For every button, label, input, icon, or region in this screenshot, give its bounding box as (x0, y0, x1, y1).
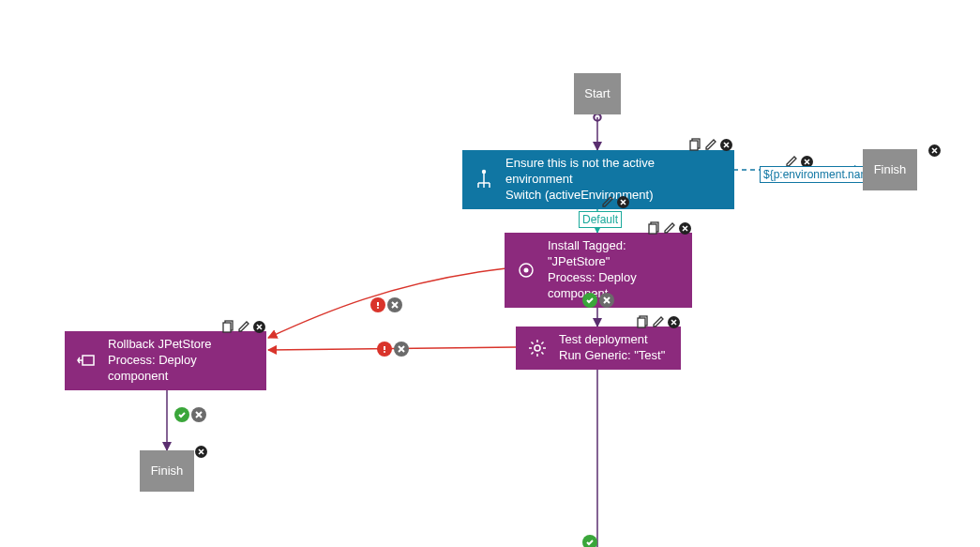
close-icon[interactable] (251, 319, 266, 334)
svg-point-20 (535, 345, 540, 351)
edge-install-test-status (582, 293, 614, 308)
svg-rect-36 (223, 323, 231, 332)
node-finish-right-controls (927, 143, 942, 158)
edit-icon[interactable] (703, 137, 718, 152)
svg-point-14 (524, 267, 529, 272)
edge-label-default[interactable]: Default (579, 211, 622, 228)
edge-switch-install-controls (600, 194, 630, 209)
target-icon (514, 261, 538, 280)
node-rollback-line2: Process: Deploy component (108, 353, 257, 385)
close-icon[interactable] (599, 293, 614, 308)
edit-icon[interactable] (600, 194, 615, 209)
switch-icon (472, 169, 496, 190)
svg-line-28 (541, 342, 543, 343)
close-icon[interactable] (718, 137, 733, 152)
copy-icon[interactable] (688, 137, 703, 152)
node-switch-controls (688, 137, 733, 152)
check-icon[interactable] (582, 535, 597, 547)
node-start[interactable]: Start (574, 73, 621, 114)
node-finish-bottom-controls (193, 444, 208, 459)
node-install-line2: Process: Deploy component (548, 270, 683, 302)
svg-rect-8 (690, 141, 698, 150)
svg-rect-30 (638, 318, 645, 327)
node-rollback-controls (221, 319, 266, 334)
node-finish-right[interactable]: Finish (863, 149, 917, 190)
edit-icon[interactable] (662, 220, 677, 236)
close-icon[interactable] (193, 444, 208, 459)
close-icon[interactable] (677, 220, 692, 236)
svg-point-33 (384, 351, 385, 353)
error-icon[interactable] (370, 297, 385, 312)
edit-icon[interactable] (651, 314, 666, 329)
node-finish-right-label: Finish (874, 162, 907, 178)
node-start-label: Start (584, 86, 610, 102)
svg-rect-34 (83, 356, 94, 365)
close-icon[interactable] (615, 194, 630, 209)
edit-icon[interactable] (236, 319, 251, 334)
copy-icon[interactable] (636, 314, 651, 329)
error-icon[interactable] (377, 342, 392, 357)
node-finish-bottom[interactable]: Finish (140, 450, 194, 492)
close-icon[interactable] (191, 407, 206, 422)
check-icon[interactable] (582, 293, 597, 308)
svg-point-1 (482, 170, 486, 174)
node-switch-line1: Ensure this is not the active environmen… (505, 156, 725, 188)
svg-line-25 (532, 342, 534, 343)
node-test-line2: Run Generic: "Test" (559, 348, 665, 364)
close-icon[interactable] (394, 342, 409, 357)
node-test[interactable]: Test deployment Run Generic: "Test" (516, 327, 681, 370)
svg-line-26 (541, 352, 543, 354)
copy-icon[interactable] (647, 220, 662, 236)
edge-install-rollback-status (370, 297, 402, 312)
edge-rollback-finish-status (174, 407, 206, 422)
node-switch[interactable]: Ensure this is not the active environmen… (462, 150, 734, 209)
rollback-icon (74, 351, 98, 370)
svg-line-27 (532, 352, 534, 354)
copy-icon[interactable] (221, 319, 236, 334)
node-test-controls (636, 314, 681, 329)
check-icon[interactable] (174, 407, 189, 422)
svg-point-19 (377, 307, 379, 309)
edge-test-rollback-status (377, 342, 409, 357)
node-rollback[interactable]: Rollback JPetStore Process: Deploy compo… (65, 331, 266, 390)
close-icon[interactable] (666, 314, 681, 329)
gear-icon (525, 339, 550, 357)
close-icon[interactable] (387, 297, 402, 312)
node-test-line1: Test deployment (559, 332, 665, 348)
svg-rect-16 (649, 224, 656, 234)
edge-test-down-status (582, 535, 597, 547)
node-finish-bottom-label: Finish (151, 463, 184, 479)
node-install-controls (647, 220, 692, 236)
node-install-line1: Install Tagged: "JPetStore" (548, 238, 683, 270)
close-icon[interactable] (927, 143, 942, 158)
node-rollback-line1: Rollback JPetStore (108, 337, 257, 353)
